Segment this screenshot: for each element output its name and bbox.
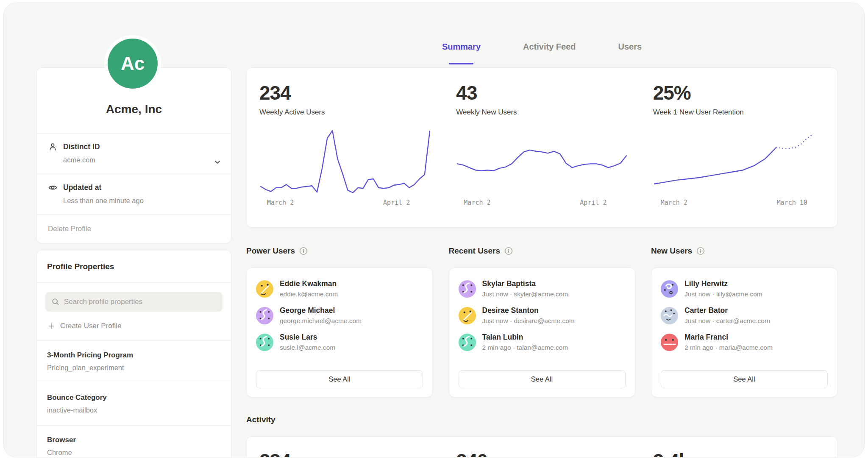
activity-value: 3.4k [653,449,837,457]
face-icon [256,307,273,324]
user-list-item[interactable]: George Michael george.michael@acme.com [256,306,423,325]
user-email: Just now · skyler@acme.com [482,290,568,298]
stat-label: Weekly New Users [456,108,640,117]
user-list-item[interactable]: Carter Bator Just now · carter@acme.com [661,306,828,325]
person-icon [48,142,58,152]
user-name: Skylar Baptista [482,279,568,288]
search-icon [51,297,60,307]
profile-properties-title: Profile Properties [37,250,231,283]
x-axis: March 2 April 2 [259,199,431,207]
info-icon[interactable] [299,247,308,255]
activity-value: 240 [456,449,640,457]
info-icon[interactable] [696,247,705,255]
user-list-item[interactable]: Skylar Baptista Just now · skyler@acme.c… [459,279,626,298]
plus-icon [47,322,56,330]
face-icon [256,280,273,298]
tab-summary[interactable]: Summary [442,42,481,64]
activity-stat: 240 [443,437,640,457]
summary-stats-card: 234 Weekly Active Users March 2 April 2 … [246,67,837,228]
face-icon [459,280,476,298]
user-name: Talan Lubin [482,333,568,342]
recent-users-title: Recent Users [449,246,500,256]
user-email: eddie.k@acme.com [280,290,338,298]
face-icon [661,307,678,324]
user-list-item[interactable]: Maria Franci 2 min ago · maria@acme.com [661,333,828,351]
face-icon [661,280,678,298]
property-value: Pricing_plan_experiment [47,364,221,372]
recent-users-heading: Recent Users [449,246,635,256]
user-avatar [459,334,476,351]
user-email: Just now · carter@acme.com [684,317,770,325]
company-profile-page: Ac Acme, Inc Distinct ID acme.com Update… [3,3,865,457]
x-tick-right: March 10 [777,199,807,206]
x-tick-left: March 2 [464,199,490,206]
power-users-heading: Power Users [246,246,433,256]
face-icon [459,307,476,324]
property-value: Chrome [47,449,221,457]
create-user-profile-label: Create User Profile [60,322,122,330]
power-users-title: Power Users [246,246,295,256]
x-tick-left: March 2 [267,199,294,206]
profile-properties-search[interactable] [45,292,223,312]
activity-stat: 234 [247,437,443,457]
user-name: Susie Lars [280,333,335,342]
tab-activity-feed[interactable]: Activity Feed [523,42,576,64]
see-all-button[interactable]: See All [661,370,828,388]
property-row[interactable]: Browser Chrome [37,425,231,457]
info-icon[interactable] [504,247,513,255]
distinct-id-row[interactable]: Distinct ID acme.com [37,133,231,174]
distinct-id-value: acme.com [63,156,100,164]
user-list-item[interactable]: Lilly Herwitz Just now · lilly@acme.com [661,279,828,298]
stat-value: 43 [456,81,640,104]
new-users-title: New Users [651,246,692,256]
user-name: Lilly Herwitz [684,279,762,288]
activity-stat: 3.4k [640,437,837,457]
create-user-profile-button[interactable]: Create User Profile [37,320,231,340]
user-avatar [661,334,678,351]
user-name: George Michael [280,306,362,315]
stat-value: 25% [653,81,837,104]
user-avatar [459,307,476,324]
user-name: Desirae Stanton [482,306,575,315]
delete-profile-button[interactable]: Delete Profile [37,215,231,243]
x-axis: March 2 April 2 [456,199,628,207]
stat-label: Weekly Active Users [259,108,443,117]
user-list-headings: Power Users Recent Users New Users [246,246,837,256]
power-users-card: Eddie Kwakman eddie.k@acme.com George Mi… [246,268,433,397]
search-input[interactable] [64,298,217,306]
stat-label: Week 1 New User Retention [653,108,837,117]
week1-retention-sparkline [653,128,825,195]
property-row[interactable]: Bounce Category inactive-mailbox [37,383,231,425]
user-name: Eddie Kwakman [280,279,338,288]
property-label: 3-Month Pricing Program [47,351,221,360]
user-list-item[interactable]: Eddie Kwakman eddie.k@acme.com [256,279,423,298]
see-all-button[interactable]: See All [256,370,423,388]
property-label: Bounce Category [47,393,221,402]
face-icon [256,334,273,351]
chevron-down-icon[interactable] [212,157,223,167]
x-tick-right: April 2 [383,199,410,206]
user-avatar [459,280,476,298]
user-list-item[interactable]: Talan Lubin 2 min ago · talan@acme.com [459,333,626,351]
tab-users[interactable]: Users [618,42,642,64]
user-email: Just now · lilly@acme.com [684,290,762,298]
company-avatar: Ac [104,35,161,92]
user-name: Carter Bator [684,306,770,315]
x-tick-right: April 2 [580,199,606,206]
user-list-item[interactable]: Desirae Stanton Just now · desirare@acme… [459,306,626,325]
x-axis: March 2 March 10 [653,199,825,207]
weekly-new-users-sparkline [456,128,628,195]
eye-icon [48,183,58,192]
user-list-item[interactable]: Susie Lars susie.l@acme.com [256,333,423,351]
see-all-button[interactable]: See All [459,370,626,388]
property-row[interactable]: 3-Month Pricing Program Pricing_plan_exp… [37,340,231,383]
activity-value: 234 [259,449,443,457]
property-label: Browser [47,436,221,444]
company-avatar-initials: Ac [108,39,158,89]
user-email: 2 min ago · maria@acme.com [684,344,773,351]
user-name: Maria Franci [684,333,773,342]
face-icon [459,334,476,351]
face-icon [661,334,678,351]
main-tabs: Summary Activity Feed Users [246,42,837,64]
property-value: inactive-mailbox [47,406,221,414]
